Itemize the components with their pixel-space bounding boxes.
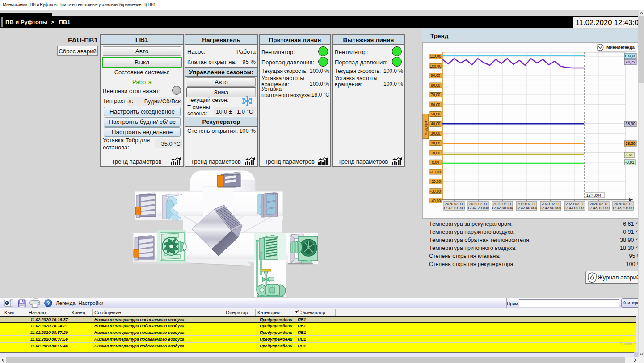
svg-text:12.43.20.000: 12.43.20.000 xyxy=(612,206,634,210)
svg-text:Минилегенда: Минилегенда xyxy=(606,45,635,50)
svg-text:100,00: 100,00 xyxy=(624,54,636,58)
svg-text:2020.02.11: 2020.02.11 xyxy=(566,202,584,206)
svg-text:-30,00: -30,00 xyxy=(430,189,441,194)
svg-text:?: ? xyxy=(46,300,50,307)
svg-text:94,72: 94,72 xyxy=(625,60,635,64)
svg-text:18,30: 18,30 xyxy=(625,141,635,146)
svg-text:-10,00: -10,00 xyxy=(430,170,441,174)
svg-text:38,90: 38,90 xyxy=(625,122,635,126)
svg-text:12.43.10.000: 12.43.10.000 xyxy=(588,206,610,210)
svg-text:2020.02.11: 2020.02.11 xyxy=(493,202,512,206)
svg-text:2020.02.11: 2020.02.11 xyxy=(445,202,463,206)
svg-text:40,00: 40,00 xyxy=(431,122,440,126)
svg-text:2020.02.11: 2020.02.11 xyxy=(614,202,632,206)
svg-text:12.42.30.000: 12.42.30.000 xyxy=(492,206,513,210)
svg-text:12:43:04: 12:43:04 xyxy=(586,193,601,198)
svg-text:80,00: 80,00 xyxy=(431,83,440,88)
svg-text:2020.02.11: 2020.02.11 xyxy=(518,202,536,206)
svg-text:-40,00: -40,00 xyxy=(430,198,441,203)
svg-text:2020.02.11: 2020.02.11 xyxy=(590,202,608,206)
svg-text:70,00: 70,00 xyxy=(431,93,440,97)
svg-text:12.42.50.000: 12.42.50.000 xyxy=(540,206,561,210)
svg-text:90,00: 90,00 xyxy=(431,73,440,78)
svg-text:60,00: 60,00 xyxy=(431,102,440,107)
svg-text:Твозд_прит: Твозд_прит xyxy=(424,119,428,137)
svg-text:12.42.10.000: 12.42.10.000 xyxy=(443,206,465,210)
svg-text:30,00: 30,00 xyxy=(431,131,440,135)
svg-text:110,00: 110,00 xyxy=(430,54,441,59)
svg-text:12.43.00.000: 12.43.00.000 xyxy=(564,206,585,210)
svg-text:-0,91: -0,91 xyxy=(625,160,634,165)
svg-text:50,00: 50,00 xyxy=(431,112,440,116)
svg-text:0,00: 0,00 xyxy=(432,160,439,165)
svg-text:10,00: 10,00 xyxy=(431,151,440,155)
svg-text:2020.02.11: 2020.02.11 xyxy=(469,202,488,206)
svg-text:12.42.40.000: 12.42.40.000 xyxy=(516,206,537,210)
svg-text:12.42.20.000: 12.42.20.000 xyxy=(467,206,489,210)
svg-text:2020.02.11: 2020.02.11 xyxy=(542,202,560,206)
svg-text:6,61: 6,61 xyxy=(625,153,633,157)
svg-text:20,00: 20,00 xyxy=(431,141,440,145)
svg-text:100,00: 100,00 xyxy=(430,64,442,68)
svg-text:-20,00: -20,00 xyxy=(430,179,441,184)
